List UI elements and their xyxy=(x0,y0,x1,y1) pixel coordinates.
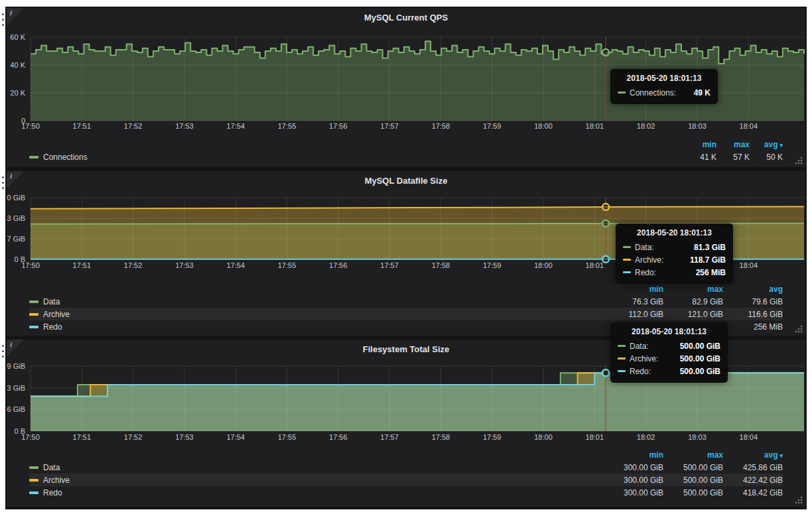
legend-sort-min[interactable]: min xyxy=(683,140,716,149)
panel-drag-handle[interactable] xyxy=(2,176,4,189)
tooltip-filesystem: 2018-05-20 18:01:13Data:500.00 GiBArchiv… xyxy=(610,322,728,383)
legend-row-archive: Archive112.0 GiB121.0 GiB116.6 GiB xyxy=(29,308,783,320)
tooltip-series-value: 500.00 GiB xyxy=(669,354,720,363)
legend-sort-avg[interactable]: avg xyxy=(723,285,783,294)
panel-drag-handle[interactable] xyxy=(2,13,4,26)
legend-row-data: Data76.3 GiB82.9 GiB79.6 GiB xyxy=(29,295,783,308)
tooltip-series-label: Redo: xyxy=(630,367,651,376)
legend-series-archive[interactable]: Archive xyxy=(29,310,604,319)
x-tick-label: 17:59 xyxy=(483,433,502,441)
legend-series-data[interactable]: Data xyxy=(29,463,604,472)
legend-series-redo[interactable]: Redo xyxy=(29,488,604,497)
x-tick-label: 17:51 xyxy=(73,261,92,269)
panel-resize-handle[interactable] xyxy=(794,495,803,505)
tooltip-series-value: 500.00 GiB xyxy=(669,342,720,351)
resize-grip-icon xyxy=(794,495,803,505)
series-color-dash xyxy=(623,271,631,273)
x-tick-label: 17:50 xyxy=(21,122,40,130)
tooltip-row: Redo:500.00 GiB xyxy=(618,365,720,377)
tooltip-row: Redo:256 MiB xyxy=(623,266,726,279)
legend-min-value: 112.0 GiB xyxy=(604,310,663,319)
legend-header-label: max xyxy=(707,285,723,294)
legend-series-data[interactable]: Data xyxy=(29,297,604,306)
x-tick-label: 18:04 xyxy=(740,122,758,130)
legend-sort-avg[interactable]: avg▾ xyxy=(750,140,783,149)
x-tick-label: 18:02 xyxy=(637,122,655,130)
legend-sort-avg[interactable]: avg▾ xyxy=(723,450,783,460)
legend-series-archive[interactable]: Archive xyxy=(29,476,604,485)
x-tick-label: 17:52 xyxy=(124,433,143,441)
x-tick-label: 17:50 xyxy=(21,261,40,269)
legend-row-archive: Archive300.00 GiB500.00 GiB422.42 GiB xyxy=(29,474,783,486)
series-color-dash xyxy=(623,246,631,248)
legend-sort-max[interactable]: max xyxy=(716,140,750,149)
legend-header-label: max xyxy=(707,450,723,460)
series-color-dash xyxy=(618,92,626,94)
legend-min-value: 41 K xyxy=(683,153,716,162)
legend-avg-value: 425.86 GiB xyxy=(723,463,783,472)
y-tick-label: 47 GiB xyxy=(7,235,25,243)
legend-row-data: Data300.00 GiB500.00 GiB425.86 GiB xyxy=(29,461,783,474)
y-tick-label: 373 GiB xyxy=(7,384,25,392)
crosshair-marker xyxy=(602,204,609,210)
x-tick-label: 18:01 xyxy=(586,122,604,130)
x-tick-label: 17:59 xyxy=(483,122,502,130)
x-tick-label: 17:58 xyxy=(432,122,450,130)
legend-max-value: 121.0 GiB xyxy=(663,310,723,319)
resize-grip-icon xyxy=(794,156,803,165)
x-tick-label: 17:53 xyxy=(175,261,194,269)
panel-resize-handle[interactable] xyxy=(794,324,803,334)
tooltip-series-value: 118.7 GiB xyxy=(679,255,726,265)
legend-series-label: Data xyxy=(43,297,60,306)
legend-max-value: 82.9 GiB xyxy=(663,297,723,306)
x-tick-label: 17:54 xyxy=(226,261,245,269)
legend-sort-max[interactable]: max xyxy=(663,285,723,294)
resize-grip-icon xyxy=(794,324,803,334)
x-tick-label: 17:56 xyxy=(329,261,348,269)
x-tick-label: 17:53 xyxy=(175,122,194,130)
legend-sort-max[interactable]: max xyxy=(663,450,723,460)
panel-resize-handle[interactable] xyxy=(794,156,803,165)
x-tick-label: 17:59 xyxy=(483,261,502,269)
x-tick-label: 18:01 xyxy=(586,433,604,441)
tooltip-timestamp: 2018-05-20 18:01:13 xyxy=(618,327,720,336)
sort-caret-icon: ▾ xyxy=(779,142,783,149)
panel-title[interactable]: MySQL Current QPS xyxy=(7,13,805,23)
x-tick-label: 17:54 xyxy=(226,433,245,441)
series-color-dash xyxy=(618,370,626,372)
panel-title[interactable]: MySQL Datafile Size xyxy=(7,176,805,186)
series-color-dash xyxy=(618,345,626,347)
tooltip-row: Data:500.00 GiB xyxy=(618,340,720,352)
legend-avg-value: 418.42 GiB xyxy=(723,488,783,497)
legend-sort-min[interactable]: min xyxy=(604,450,663,460)
crosshair-marker xyxy=(602,369,609,376)
y-tick-label: 20 K xyxy=(10,89,25,97)
series-color-dash xyxy=(29,313,38,316)
tooltip-series-value: 500.00 GiB xyxy=(669,367,720,376)
legend-series-label: Data xyxy=(43,463,60,472)
legend-series-redo[interactable]: Redo xyxy=(29,322,604,332)
x-tick-label: 17:57 xyxy=(380,261,399,269)
series-color-dash xyxy=(618,358,626,359)
legend-header-row: minmaxavg▾ xyxy=(29,448,783,461)
x-tick-label: 17:55 xyxy=(278,122,297,130)
x-tick-label: 17:56 xyxy=(329,433,348,441)
legend-max-value: 500.00 GiB xyxy=(663,488,723,497)
legend-header-label: avg xyxy=(769,285,783,294)
tooltip-series-label: Connections: xyxy=(630,88,676,98)
tooltip-series-value: 49 K xyxy=(683,88,710,98)
y-tick-label: 60 K xyxy=(10,33,25,41)
tooltip-timestamp: 2018-05-20 18:01:13 xyxy=(618,74,710,83)
tooltip-series-label: Data: xyxy=(630,342,649,351)
panel-drag-handle[interactable] xyxy=(2,345,4,358)
legend-series-connections[interactable]: Connections xyxy=(29,153,683,162)
tooltip-datafile: 2018-05-20 18:01:13Data:81.3 GiBArchive:… xyxy=(616,224,733,284)
legend-header-row: minmaxavg▾ xyxy=(29,138,783,151)
legend-sort-min[interactable]: min xyxy=(604,285,663,294)
tooltip-series-value: 256 MiB xyxy=(685,268,726,277)
y-tick-label: 93 GiB xyxy=(7,214,25,222)
legend: minmaxavg▾Connections41 K57 K50 K xyxy=(29,138,783,163)
x-tick-label: 17:54 xyxy=(226,122,245,130)
legend-min-value: 300.00 GiB xyxy=(604,476,663,485)
tooltip-series-value: 81.3 GiB xyxy=(683,243,726,252)
